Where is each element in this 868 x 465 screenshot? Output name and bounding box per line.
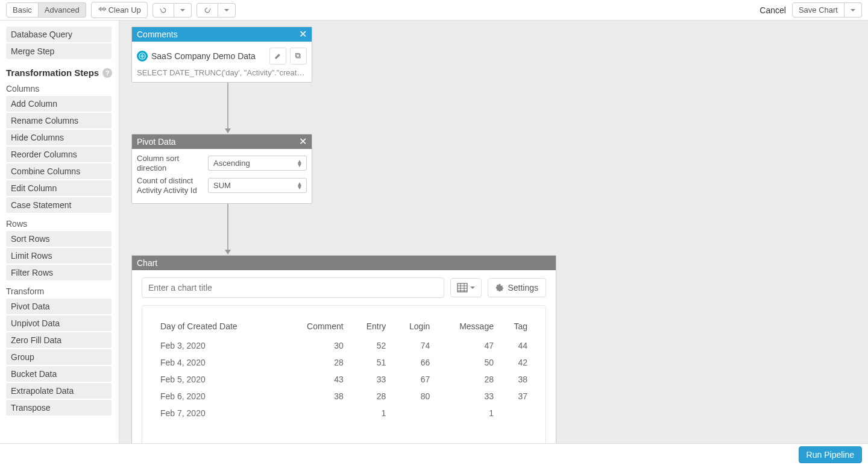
table-cell: 44 (498, 337, 532, 354)
sidebar-transform-bucket-data[interactable]: Bucket Data (6, 366, 112, 382)
select-arrows-icon: ▲▼ (297, 182, 303, 189)
sidebar-merge-step[interactable]: Merge Step (6, 43, 112, 59)
cancel-link[interactable]: Cancel (760, 5, 786, 15)
pencil-icon (274, 52, 281, 60)
save-group: Save Chart (792, 2, 862, 17)
redo-button[interactable] (197, 3, 218, 17)
cleanup-icon (98, 5, 106, 15)
comments-node-title: Comments (137, 30, 178, 39)
select-arrows-icon: ▲▼ (297, 160, 303, 167)
settings-label: Settings (508, 283, 538, 293)
sidebar-col-edit-column[interactable]: Edit Column (6, 180, 112, 196)
close-icon[interactable]: ✕ (299, 30, 307, 39)
basic-tab[interactable]: Basic (6, 2, 39, 17)
advanced-tab[interactable]: Advanced (39, 2, 86, 17)
sidebar-transform-transpose[interactable]: Transpose (6, 400, 112, 416)
cleanup-button[interactable]: Clean Up (91, 2, 148, 18)
column-header[interactable]: Tag (498, 318, 532, 337)
gear-icon (495, 283, 504, 292)
table-cell: 42 (498, 354, 532, 371)
save-chart-button[interactable]: Save Chart (792, 2, 844, 17)
sidebar-col-add-column[interactable]: Add Column (6, 96, 112, 112)
caret-down-icon (180, 9, 185, 11)
sidebar-row-limit-rows[interactable]: Limit Rows (6, 248, 112, 264)
table-cell: 52 (348, 337, 391, 354)
sidebar-row-filter-rows[interactable]: Filter Rows (6, 265, 112, 280)
sidebar-transform-extrapolate-data[interactable]: Extrapolate Data (6, 383, 112, 399)
column-header[interactable]: Day of Created Date (156, 318, 281, 337)
undo-button[interactable] (153, 3, 174, 17)
table-cell: Feb 5, 2020 (156, 371, 281, 388)
rows-subheading: Rows (6, 219, 113, 229)
redo-group (197, 3, 236, 17)
settings-button[interactable]: Settings (488, 278, 546, 297)
sidebar: Database Query Merge Step Transformation… (0, 21, 119, 443)
comments-node-header[interactable]: Comments ✕ (132, 27, 312, 42)
sidebar-transform-pivot-data[interactable]: Pivot Data (6, 299, 112, 314)
table-icon (457, 283, 468, 293)
close-icon[interactable]: ✕ (299, 137, 307, 147)
sort-direction-select[interactable]: Ascending ▲▼ (208, 156, 307, 171)
copy-button[interactable] (290, 48, 307, 65)
aggregate-select[interactable]: SUM ▲▼ (208, 178, 307, 193)
table-cell: 28 (435, 371, 498, 388)
table-cell: Feb 3, 2020 (156, 337, 281, 354)
column-header[interactable]: Login (391, 318, 435, 337)
connector (222, 204, 223, 255)
sidebar-col-case-statement[interactable]: Case Statement (6, 197, 112, 213)
table-row: Feb 5, 20204333672838 (156, 371, 532, 388)
aggregate-label: Count of distinct Activity Activity Id (137, 176, 203, 195)
redo-dropdown[interactable] (218, 3, 236, 17)
run-pipeline-button[interactable]: Run Pipeline (799, 446, 862, 463)
table-cell: 51 (348, 354, 391, 371)
comments-node[interactable]: Comments ✕ SaaS Company Demo Data SEL (131, 27, 312, 83)
undo-dropdown[interactable] (174, 3, 192, 17)
sidebar-transform-zero-fill-data[interactable]: Zero Fill Data (6, 332, 112, 348)
copy-icon (295, 52, 302, 60)
footer: Run Pipeline (0, 443, 868, 465)
sidebar-row-sort-rows[interactable]: Sort Rows (6, 231, 112, 247)
edit-button[interactable] (269, 48, 286, 65)
column-header[interactable]: Comment (281, 318, 348, 337)
columns-subheading: Columns (6, 84, 113, 93)
svg-rect-1 (297, 54, 300, 58)
sidebar-transform-unpivot-data[interactable]: Unpivot Data (6, 315, 112, 331)
columns-group: Add ColumnRename ColumnsHide ColumnsReor… (6, 96, 113, 213)
sidebar-database-query[interactable]: Database Query (6, 27, 112, 42)
column-header[interactable]: Entry (348, 318, 391, 337)
pipeline-canvas: Comments ✕ SaaS Company Demo Data SEL (119, 21, 868, 443)
transform-group: Pivot DataUnpivot DataZero Fill DataGrou… (6, 299, 113, 416)
toolbar: Basic Advanced Clean Up Cancel Save Char… (0, 0, 868, 21)
mode-toggle: Basic Advanced (6, 2, 86, 17)
sidebar-col-combine-columns[interactable]: Combine Columns (6, 163, 112, 179)
table-cell: 28 (348, 388, 391, 405)
table-row: Feb 7, 202011 (156, 405, 532, 422)
sidebar-transform-group[interactable]: Group (6, 349, 112, 365)
transformation-steps-heading: Transformation Steps ? (6, 68, 113, 78)
data-table: Day of Created DateCommentEntryLoginMess… (156, 318, 532, 422)
chart-title-input[interactable] (142, 277, 444, 298)
sidebar-col-hide-columns[interactable]: Hide Columns (6, 130, 112, 145)
sidebar-col-reorder-columns[interactable]: Reorder Columns (6, 147, 112, 162)
table-cell: 74 (391, 337, 435, 354)
chart-node[interactable]: Chart Settings Day of Created DateCommen… (131, 255, 556, 443)
save-dropdown[interactable] (844, 2, 862, 17)
table-cell: 47 (435, 337, 498, 354)
table-cell: Feb 6, 2020 (156, 388, 281, 405)
svg-marker-4 (225, 128, 231, 133)
table-cell (391, 405, 435, 422)
chart-type-button[interactable] (450, 278, 482, 297)
pivot-node[interactable]: Pivot Data ✕ Column sort direction Ascen… (131, 134, 312, 204)
table-cell: Feb 7, 2020 (156, 405, 281, 422)
table-cell: 30 (281, 337, 348, 354)
column-header[interactable]: Message (435, 318, 498, 337)
help-icon[interactable]: ? (102, 68, 112, 78)
pivot-node-header[interactable]: Pivot Data ✕ (132, 134, 312, 149)
chart-node-header[interactable]: Chart (132, 256, 556, 270)
sort-direction-label: Column sort direction (137, 154, 203, 172)
table-cell: 66 (391, 354, 435, 371)
caret-down-icon (224, 9, 229, 11)
sidebar-col-rename-columns[interactable]: Rename Columns (6, 113, 112, 128)
table-cell: 43 (281, 371, 348, 388)
transform-subheading: Transform (6, 286, 113, 296)
